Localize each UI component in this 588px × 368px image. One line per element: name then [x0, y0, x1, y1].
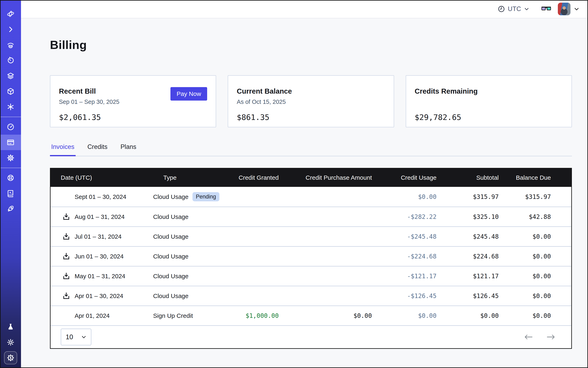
card-subtitle: Sep 01 – Sep 30, 2025: [59, 99, 119, 105]
invoices-table: Date (UTC) Type Credit Granted Credit Pu…: [50, 168, 572, 349]
credit-usage-value: -$126.45: [372, 292, 436, 299]
invoice-type: Cloud Usage: [153, 253, 188, 260]
credit-usage-value: -$282.22: [372, 213, 436, 220]
support-wheel-icon[interactable]: [0, 170, 21, 186]
subtotal-value: $245.48: [436, 233, 499, 240]
invoice-date: Apr 01, 2024: [75, 312, 110, 319]
credit-granted-value: $1,000.00: [226, 312, 279, 319]
sidebar: $: [0, 0, 21, 368]
invoice-row: Apr 01 – 30, 2024 Cloud Usage -$126.45 $…: [51, 286, 571, 306]
invoice-row: May 01 – 31, 2024 Cloud Usage -$121.17 $…: [51, 266, 571, 286]
tab-plans[interactable]: Plans: [119, 143, 138, 156]
card-amount: $29,782.65: [415, 113, 478, 122]
col-credit-usage: Credit Usage: [372, 174, 436, 181]
table-footer: 10: [51, 325, 571, 348]
previous-page-arrow-icon[interactable]: [524, 334, 533, 340]
card-amount: $861.35: [237, 113, 292, 122]
invoice-row: Aug 01 – 31, 2024 Cloud Usage -$282.22 $…: [51, 207, 571, 226]
invoice-rows: Sept 01 – 30, 2024 Cloud Usage Pending $…: [51, 187, 571, 325]
content: Billing Recent Bill Sep 01 – Sep 30, 202…: [21, 18, 588, 368]
status-badge: Pending: [192, 192, 219, 201]
invoice-date: Sept 01 – 30, 2024: [75, 193, 127, 200]
subtotal-value: $224.68: [436, 253, 499, 260]
card-title: Credits Remaining: [415, 87, 478, 95]
invoice-type: Cloud Usage: [153, 233, 188, 240]
credit-usage-value: -$245.48: [372, 233, 436, 240]
docs-book-icon[interactable]: [0, 186, 21, 201]
invoice-date: May 01 – 31, 2024: [75, 273, 125, 280]
pagination-arrows: [524, 334, 555, 340]
col-type: Type: [153, 174, 226, 181]
asterisk-spark-icon[interactable]: [0, 99, 21, 115]
invoice-row: Sept 01 – 30, 2024 Cloud Usage Pending $…: [51, 187, 571, 207]
col-date: Date (UTC): [51, 174, 153, 181]
layers-icon[interactable]: [0, 68, 21, 84]
invoice-row: Jun 01 – 30, 2024 Cloud Usage -$224.68 $…: [51, 246, 571, 266]
current-balance-card: Current Balance As of Oct 15, 2025 $861.…: [228, 75, 394, 127]
package-cube-icon[interactable]: [0, 84, 21, 99]
credit-purchase-value: $0.00: [279, 312, 372, 319]
monitoring-eye-icon[interactable]: [0, 37, 21, 53]
balance-due-value: $0.00: [499, 233, 570, 240]
page-size-select[interactable]: 10: [61, 329, 91, 345]
credits-dollar-badge-icon[interactable]: $: [0, 350, 21, 366]
balance-due-value: $42.88: [499, 213, 570, 220]
subtotal-value: $126.45: [436, 292, 499, 299]
invoice-date: Jul 01 – 31, 2024: [75, 233, 121, 240]
app-window: $ UTC: [0, 0, 588, 368]
next-page-arrow-icon[interactable]: [546, 334, 555, 340]
timezone-selector[interactable]: UTC: [498, 5, 529, 13]
expand-sidebar-chevron-icon[interactable]: [0, 22, 21, 37]
balance-due-value: $0.00: [499, 273, 570, 280]
download-invoice-icon[interactable]: [62, 292, 70, 300]
card-subtitle: [415, 99, 478, 105]
card-subtitle: As of Oct 15, 2025: [237, 99, 292, 105]
timezone-label: UTC: [508, 5, 521, 13]
invoice-date: Aug 01 – 31, 2024: [75, 213, 125, 220]
invoice-type: Cloud Usage: [153, 213, 188, 220]
credit-usage-value: $0.00: [372, 312, 436, 319]
labs-flask-icon[interactable]: [0, 319, 21, 335]
account-menu-chevron-icon[interactable]: [574, 6, 579, 12]
subtotal-value: $325.10: [436, 213, 499, 220]
history-timer-icon[interactable]: [0, 53, 21, 68]
tab-credits[interactable]: Credits: [86, 143, 109, 156]
main-area: UTC Billing: [21, 0, 588, 368]
billing-card-icon[interactable]: [0, 135, 21, 150]
balance-due-value: $0.00: [499, 292, 570, 299]
chevron-down-icon: [524, 6, 529, 12]
summary-cards: Recent Bill Sep 01 – Sep 30, 2025 $2,061…: [50, 75, 572, 127]
download-invoice-icon[interactable]: [62, 213, 70, 221]
invoice-date: Jun 01 – 30, 2024: [75, 253, 124, 260]
tab-invoices[interactable]: Invoices: [50, 143, 76, 156]
credit-usage-value: $0.00: [372, 193, 436, 200]
chevron-down-icon: [81, 334, 86, 340]
subtotal-value: $121.17: [436, 273, 499, 280]
theme-sun-icon[interactable]: [0, 335, 21, 350]
col-credit-granted: Credit Granted: [226, 174, 279, 181]
balance-due-value: $0.00: [499, 253, 570, 260]
invoice-type: Cloud Usage: [153, 273, 188, 280]
download-invoice-icon[interactable]: [62, 232, 70, 241]
invoice-type: Cloud Usage: [153, 193, 188, 200]
dashboard-gauge-icon[interactable]: [0, 119, 21, 135]
balance-due-value: $315.97: [499, 193, 570, 200]
pay-now-button[interactable]: Pay Now: [171, 87, 207, 101]
card-amount: $2,061.35: [59, 113, 119, 122]
topbar: UTC: [21, 0, 588, 18]
glasses-icon[interactable]: [541, 6, 551, 12]
credit-usage-value: -$224.68: [372, 253, 436, 260]
logo-orbit-icon[interactable]: [0, 6, 21, 22]
rocket-icon[interactable]: [0, 201, 21, 217]
avatar[interactable]: [558, 3, 570, 15]
billing-tabs: Invoices Credits Plans: [50, 143, 572, 156]
invoice-type: Cloud Usage: [153, 293, 188, 299]
sidebar-spacer: [0, 217, 21, 319]
page-title: Billing: [50, 38, 572, 52]
credit-usage-value: -$121.17: [372, 273, 436, 280]
table-header: Date (UTC) Type Credit Granted Credit Pu…: [51, 168, 571, 187]
download-invoice-icon[interactable]: [62, 272, 70, 280]
settings-gear-icon[interactable]: [0, 150, 21, 166]
clock-icon: [498, 5, 505, 13]
download-invoice-icon[interactable]: [62, 252, 70, 260]
